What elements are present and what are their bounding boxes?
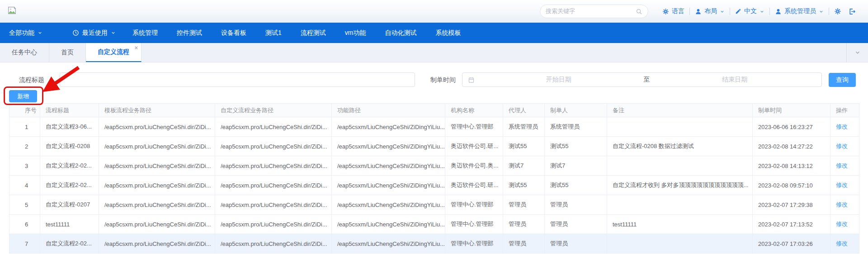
page-content: 流程标题 制单时间 开始日期 至 结束日期 查询 新增 xyxy=(0,62,868,264)
nav-item-设备看板[interactable]: 设备看板 xyxy=(212,23,256,43)
column-header: 自定义流程业务路径 xyxy=(215,104,332,117)
search-icon xyxy=(636,8,642,15)
column-header: 机构名称 xyxy=(445,104,503,117)
tab-label: 首页 xyxy=(61,48,74,57)
cell-actions: 修改 xyxy=(830,137,859,156)
chevron-down-icon xyxy=(760,9,764,14)
cell-no: 7 xyxy=(9,234,40,254)
process-title-input[interactable] xyxy=(60,72,415,87)
cell-template_path: /eap5csxm.pro/LiuChengCeShi.dir/ZiDi... xyxy=(99,117,215,137)
tab-label: 任务中心 xyxy=(12,48,37,57)
cell-creator: 测试55 xyxy=(545,137,607,156)
cell-creator: 管理员 xyxy=(545,195,607,215)
cell-func_path: /eap5csxm/LiuChengCeShi/ZiDingYiLiu... xyxy=(332,137,445,156)
cell-org: 奥迈软件公司.研... xyxy=(445,137,503,156)
cell-template_path: /eap5csxm.pro/LiuChengCeShi.dir/ZiDi... xyxy=(99,215,215,234)
table-row: 5自定义流程-0207/eap5csxm.pro/LiuChengCeShi.d… xyxy=(9,195,859,215)
column-header: 代理人 xyxy=(503,104,545,117)
top-menu: 语言 布局 中 xyxy=(657,7,861,15)
date-range-input[interactable]: 开始日期 至 结束日期 xyxy=(462,72,822,87)
nav-item-list: 系统管理控件测试设备看板测试1流程测试vm功能自动化测试系统模板 xyxy=(132,23,470,43)
nav-item-系统模板[interactable]: 系统模板 xyxy=(426,23,470,43)
tab-首页[interactable]: 首页 xyxy=(49,43,86,62)
table-row: 7自定义流程2-02.../eap5csxm.pro/LiuChengCeShi… xyxy=(9,234,859,254)
cell-time: 2023-02-07 17:29:38 xyxy=(753,195,830,215)
tab-任务中心[interactable]: 任务中心 xyxy=(0,43,49,62)
cell-no: 4 xyxy=(9,176,40,195)
nav-recently-used[interactable]: 最近使用 xyxy=(63,23,125,43)
cell-no: 3 xyxy=(9,156,40,176)
cell-custom_path: /eap5csxm.pro/LiuChengCeShi.dir/ZiDi... xyxy=(215,215,332,234)
chevron-down-icon xyxy=(111,30,116,35)
edit-link[interactable]: 修改 xyxy=(836,162,848,169)
close-icon[interactable] xyxy=(134,44,139,49)
cell-title: 自定义流程3-06... xyxy=(40,117,99,137)
cell-org: 管理中心.管理部 xyxy=(445,234,503,254)
cell-agent: 测试55 xyxy=(503,176,545,195)
cell-org: 奥迈软件公司.研... xyxy=(445,176,503,195)
edit-link[interactable]: 修改 xyxy=(836,240,848,247)
main-nav-bar: 全部功能 最近使用 系统管理控件测试设备看板测试1流程测试vm功能自动化测试系统… xyxy=(0,23,868,43)
table-body: 1自定义流程3-06.../eap5csxm.pro/LiuChengCeShi… xyxy=(9,117,859,254)
cell-creator: 管理员 xyxy=(545,215,607,234)
user-icon xyxy=(695,8,702,15)
language-menu-item[interactable]: 语言 xyxy=(657,7,689,15)
cell-remark xyxy=(607,156,753,176)
nav-item-测试1[interactable]: 测试1 xyxy=(256,23,291,43)
query-button[interactable]: 查询 xyxy=(829,73,856,87)
cell-remark xyxy=(607,117,753,137)
nav-item-vm功能[interactable]: vm功能 xyxy=(335,23,376,43)
cell-no: 1 xyxy=(9,117,40,137)
settings-button[interactable] xyxy=(829,8,846,15)
nav-all-functions[interactable]: 全部功能 xyxy=(9,23,52,43)
cell-func_path: /eap5csxm/LiuChengCeShi/ZiDingYiLiu... xyxy=(332,234,445,254)
nav-item-流程测试[interactable]: 流程测试 xyxy=(291,23,335,43)
cell-custom_path: /eap5csxm.pro/LiuChengCeShi.dir/ZiDi... xyxy=(215,176,332,195)
cell-org: 管理中心.管理部 xyxy=(445,117,503,137)
user-menu-item[interactable]: 系统管理员 xyxy=(770,7,829,15)
layout-menu-item[interactable]: 布局 xyxy=(690,7,730,15)
table-row: 1自定义流程3-06.../eap5csxm.pro/LiuChengCeShi… xyxy=(9,117,859,137)
tab-list-dropdown-button[interactable] xyxy=(846,43,868,62)
edit-link[interactable]: 修改 xyxy=(836,221,848,227)
cell-title: 自定义流程2-02... xyxy=(40,234,99,254)
layout-label: 布局 xyxy=(704,7,717,15)
add-button[interactable]: 新增 xyxy=(9,90,37,102)
tab-自定义流程[interactable]: 自定义流程 xyxy=(86,43,142,62)
column-header: 功能路径 xyxy=(332,104,445,117)
cell-template_path: /eap5csxm.pro/LiuChengCeShi.dir/ZiDi... xyxy=(99,234,215,254)
user-icon xyxy=(775,8,782,15)
recently-used-label: 最近使用 xyxy=(82,29,108,37)
cell-creator: 测试55 xyxy=(545,176,607,195)
edit-link[interactable]: 修改 xyxy=(836,182,848,188)
cell-creator: 管理员 xyxy=(545,234,607,254)
cell-func_path: /eap5csxm/LiuChengCeShi/ZiDingYiLiu... xyxy=(332,176,445,195)
cell-no: 5 xyxy=(9,195,40,215)
top-bar: 搜索关键字 语言 xyxy=(0,0,868,23)
logout-icon xyxy=(848,8,856,15)
cell-remark: test11111 xyxy=(607,215,753,234)
nav-item-自动化测试[interactable]: 自动化测试 xyxy=(375,23,426,43)
edit-link[interactable]: 修改 xyxy=(836,123,848,130)
gear-icon xyxy=(834,8,841,15)
clock-icon xyxy=(72,29,79,36)
edit-link[interactable]: 修改 xyxy=(836,201,848,208)
logout-button[interactable] xyxy=(846,8,861,15)
cell-actions: 修改 xyxy=(830,234,859,254)
cell-creator: 测试7 xyxy=(545,156,607,176)
locale-menu-item[interactable]: 中文 xyxy=(730,7,769,15)
nav-item-系统管理[interactable]: 系统管理 xyxy=(132,23,167,43)
cell-creator: 系统管理员 xyxy=(545,117,607,137)
cell-time: 2023-02-08 14:13:12 xyxy=(753,156,830,176)
locale-label: 中文 xyxy=(744,7,757,15)
cell-no: 6 xyxy=(9,215,40,234)
cell-title: 自定义流程2-02... xyxy=(40,156,99,176)
nav-item-控件测试[interactable]: 控件测试 xyxy=(167,23,212,43)
cell-agent: 管理员 xyxy=(503,195,545,215)
global-search-input[interactable]: 搜索关键字 xyxy=(540,5,648,18)
column-header: 操作 xyxy=(830,104,859,117)
chevron-down-icon xyxy=(854,49,861,56)
order-time-label: 制单时间 xyxy=(430,76,456,84)
cell-org: 管理中心.管理部 xyxy=(445,215,503,234)
edit-link[interactable]: 修改 xyxy=(836,143,848,149)
